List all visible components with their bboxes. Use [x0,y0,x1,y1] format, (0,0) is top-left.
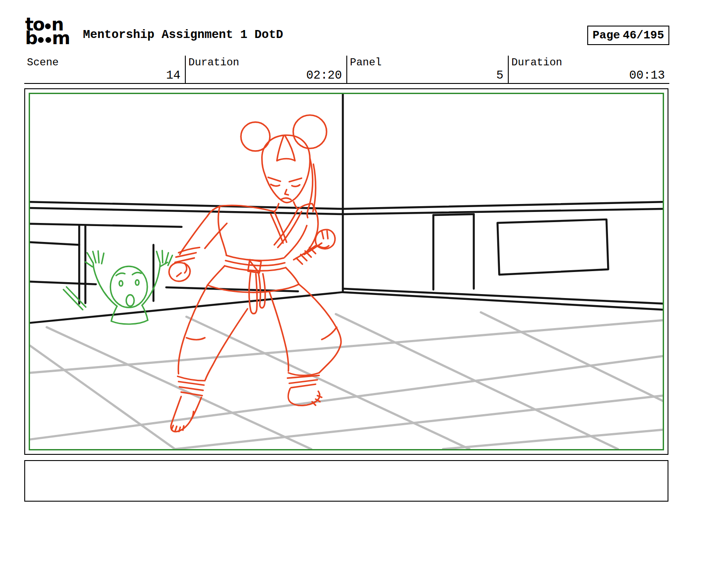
panel-duration-label: Duration [511,57,562,68]
toonboom-logo: ton bm [25,18,69,45]
caption-box [24,460,668,502]
info-bar: Scene 14 Duration 02:20 Panel 5 Duration… [24,56,669,84]
scene-duration-label: Duration [188,57,239,68]
logo-dot [45,37,51,43]
scene-label: Scene [27,57,59,68]
floor-grid-lines [30,312,663,449]
room-perspective-lines [30,94,663,323]
info-cell-panel: Panel 5 [346,56,508,83]
document-title: Mentorship Assignment 1 DotD [83,28,283,42]
storyboard-panel-frame [24,88,668,455]
logo-dot [45,23,51,29]
main-character-sketch [169,115,341,432]
page-number-box: Page 46/195 [587,26,669,45]
scene-duration-value: 02:20 [306,69,342,82]
page-label: Page [593,29,620,42]
panel-label: Panel [350,57,382,68]
info-cell-panel-duration: Duration 00:13 [508,56,669,83]
panel-sketch-svg [30,94,663,449]
info-cell-scene-duration: Duration 02:20 [185,56,346,83]
panel-value: 5 [496,69,503,82]
panel-duration-value: 00:13 [629,69,665,82]
camera-frame [29,93,664,450]
scene-value: 14 [166,69,180,82]
logo-line-bottom: bm [25,31,69,45]
logo-dot [38,37,44,43]
info-cell-scene: Scene 14 [24,56,185,83]
page-value: 46/195 [623,29,664,42]
